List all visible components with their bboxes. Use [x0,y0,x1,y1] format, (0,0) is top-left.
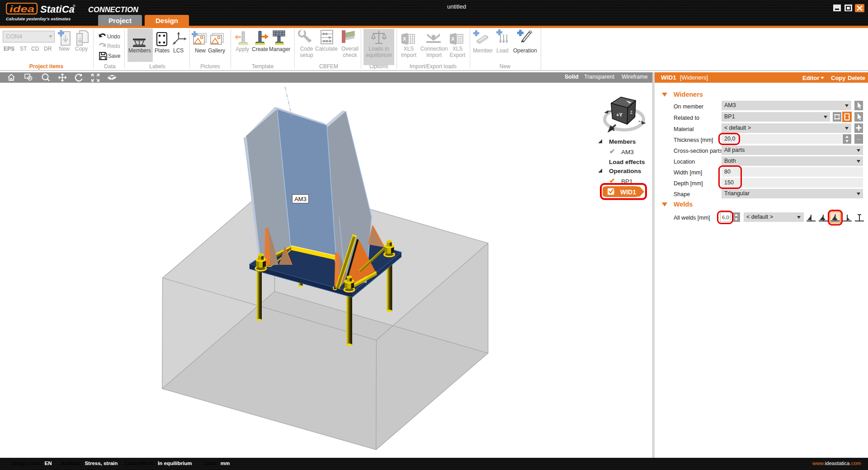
svg-text:WID1: WID1 [620,188,636,196]
svg-text:X: X [403,36,406,42]
svg-text:+Y: +Y [616,112,623,118]
svg-text:StatiCa: StatiCa [40,4,75,15]
svg-text:AM3: AM3 [294,196,307,202]
svg-text:idea: idea [9,4,34,14]
svg-text:®: ® [73,4,75,8]
svg-text:CONNECTION: CONNECTION [88,5,139,14]
svg-text:X: X [451,36,455,42]
